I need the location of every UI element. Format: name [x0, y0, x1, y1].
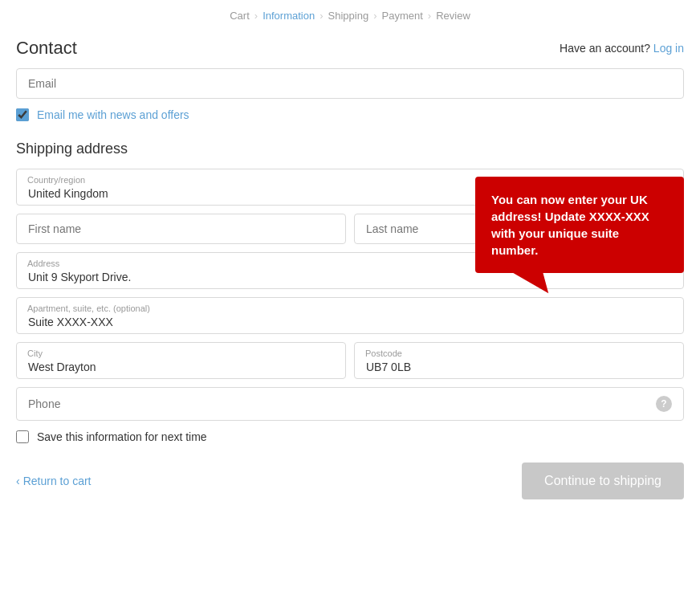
country-label: Country/region: [27, 175, 85, 185]
tooltip-text: You can now enter your UK address! Updat…: [491, 193, 649, 257]
crumb-information[interactable]: Information: [262, 10, 315, 22]
return-label: Return to cart: [23, 475, 92, 487]
phone-help-icon[interactable]: ?: [656, 396, 672, 412]
phone-row: ?: [16, 387, 684, 421]
apartment-label: Apartment, suite, etc. (optional): [27, 304, 150, 313]
tooltip-box: You can now enter your UK address! Updat…: [475, 177, 684, 273]
crumb-cart[interactable]: Cart: [230, 10, 250, 22]
return-chevron-icon: ‹: [16, 475, 20, 487]
crumb-sep-3: ›: [373, 10, 376, 22]
crumb-shipping[interactable]: Shipping: [328, 10, 369, 22]
have-account-text: Have an account?: [560, 42, 650, 55]
postcode-input[interactable]: [354, 342, 684, 379]
city-wrapper: City: [16, 342, 346, 379]
return-to-cart-link[interactable]: ‹ Return to cart: [16, 475, 92, 487]
firstname-wrapper: [16, 214, 346, 244]
login-prompt: Have an account? Log in: [560, 42, 684, 55]
email-news-label[interactable]: Email me with news and offers: [37, 108, 189, 121]
crumb-sep-4: ›: [428, 10, 431, 22]
contact-title: Contact: [16, 38, 77, 59]
firstname-input[interactable]: [16, 214, 346, 244]
crumb-review[interactable]: Review: [436, 10, 470, 22]
postcode-label: Postcode: [365, 348, 402, 358]
login-link[interactable]: Log in: [653, 42, 684, 55]
shipping-title: Shipping address: [16, 141, 684, 157]
address-label: Address: [27, 259, 59, 268]
breadcrumb: Cart › Information › Shipping › Payment …: [16, 0, 684, 38]
apartment-wrapper: Apartment, suite, etc. (optional): [16, 297, 684, 334]
save-info-row: Save this information for next time: [16, 430, 684, 443]
save-info-label[interactable]: Save this information for next time: [37, 430, 207, 443]
apartment-input[interactable]: [16, 297, 684, 334]
email-news-row: Email me with news and offers: [16, 108, 684, 121]
email-field-wrapper: [16, 68, 684, 99]
crumb-payment[interactable]: Payment: [381, 10, 422, 22]
save-info-checkbox[interactable]: [16, 430, 29, 443]
city-label: City: [27, 348, 43, 358]
crumb-sep-2: ›: [319, 10, 323, 22]
crumb-sep-1: ›: [254, 10, 258, 22]
postcode-wrapper: Postcode: [354, 342, 684, 379]
city-input[interactable]: [16, 342, 346, 379]
button-row: ‹ Return to cart Continue to shipping: [16, 463, 684, 524]
email-news-checkbox[interactable]: [16, 108, 29, 121]
contact-header: Contact Have an account? Log in: [16, 38, 684, 59]
phone-input[interactable]: [28, 397, 656, 410]
email-input[interactable]: [16, 68, 684, 99]
continue-to-shipping-button[interactable]: Continue to shipping: [522, 463, 684, 499]
city-postcode-row: City Postcode: [16, 342, 684, 387]
